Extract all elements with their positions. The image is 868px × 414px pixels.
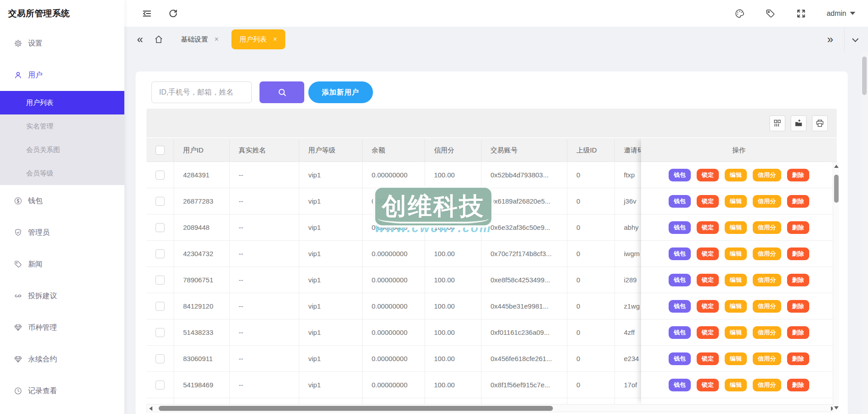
sidebar-subitem-member-relations[interactable]: 会员关系图 <box>0 138 124 162</box>
row-checkbox[interactable] <box>156 197 165 206</box>
sidebar-item-label: 钱包 <box>28 196 42 206</box>
credit-button[interactable]: 信用分 <box>753 195 781 208</box>
edit-button[interactable]: 编辑 <box>725 195 747 208</box>
edit-button[interactable]: 编辑 <box>725 300 747 313</box>
sidebar-subitem-user-list[interactable]: 用户列表 <box>0 91 124 114</box>
delete-button[interactable]: 删除 <box>787 274 809 286</box>
select-all-checkbox[interactable] <box>156 146 165 155</box>
delete-button[interactable]: 删除 <box>787 379 809 391</box>
tag-icon[interactable] <box>765 8 776 19</box>
sidebar-item-news[interactable]: 新闻 <box>0 248 124 280</box>
delete-button[interactable]: 删除 <box>787 195 809 208</box>
edit-button[interactable]: 编辑 <box>725 247 747 260</box>
edit-button[interactable]: 编辑 <box>725 169 747 181</box>
credit-button[interactable]: 信用分 <box>753 221 781 234</box>
delete-button[interactable]: 删除 <box>787 300 809 313</box>
vertical-scrollbar[interactable] <box>833 162 839 412</box>
sidebar-item-perpetual-contracts[interactable]: 永续合约 <box>0 343 124 375</box>
print-icon[interactable] <box>812 115 828 131</box>
wallet-button[interactable]: 钱包 <box>669 221 691 234</box>
window-scrollbar[interactable] <box>861 52 868 414</box>
row-checkbox[interactable] <box>156 223 165 232</box>
edit-button[interactable]: 编辑 <box>725 379 747 391</box>
credit-button[interactable]: 信用分 <box>753 169 781 181</box>
wallet-button[interactable]: 钱包 <box>669 352 691 365</box>
horizontal-scrollbar-thumb[interactable] <box>159 406 553 411</box>
row-checkbox[interactable] <box>156 354 165 363</box>
tab-user-list[interactable]: 用户列表× <box>231 29 285 49</box>
add-user-button[interactable]: 添加新用户 <box>308 81 373 103</box>
delete-button[interactable]: 删除 <box>787 352 809 365</box>
sidebar-subitem-member-levels[interactable]: 会员等级 <box>0 162 124 185</box>
row-checkbox[interactable] <box>156 249 165 258</box>
sidebar-item-label: 管理员 <box>28 228 50 238</box>
delete-button[interactable]: 删除 <box>787 326 809 339</box>
search-button[interactable] <box>259 81 304 103</box>
tab-basic-settings[interactable]: 基础设置× <box>174 27 226 52</box>
sidebar-subitem-realname-manage[interactable]: 实名管理 <box>0 114 124 138</box>
sidebar-item-feedback[interactable]: 投拆建议 <box>0 280 124 312</box>
scroll-left-arrow-icon[interactable] <box>149 406 152 411</box>
credit-button[interactable]: 信用分 <box>753 247 781 260</box>
wallet-button[interactable]: 钱包 <box>669 274 691 286</box>
search-input[interactable] <box>151 81 252 103</box>
window-scrollbar-thumb[interactable] <box>862 57 867 95</box>
edit-button[interactable]: 编辑 <box>725 326 747 339</box>
row-checkbox[interactable] <box>156 328 165 337</box>
theme-palette-icon[interactable] <box>734 8 745 19</box>
columns-icon[interactable] <box>769 115 785 131</box>
row-checkbox[interactable] <box>156 302 165 311</box>
delete-button[interactable]: 删除 <box>787 169 809 181</box>
credit-button[interactable]: 信用分 <box>753 274 781 286</box>
export-icon[interactable] <box>791 115 807 131</box>
row-checkbox[interactable] <box>156 171 165 180</box>
lock-button[interactable]: 锁定 <box>697 169 719 181</box>
wallet-button[interactable]: 钱包 <box>669 169 691 181</box>
close-icon[interactable]: × <box>273 35 277 43</box>
sidebar-item-users[interactable]: 用户 <box>0 59 124 91</box>
row-checkbox[interactable] <box>156 276 165 285</box>
wallet-button[interactable]: 钱包 <box>669 326 691 339</box>
lock-button[interactable]: 锁定 <box>697 326 719 339</box>
credit-button[interactable]: 信用分 <box>753 326 781 339</box>
scroll-down-arrow-icon[interactable] <box>834 406 839 409</box>
user-menu[interactable]: admin <box>826 10 855 18</box>
delete-button[interactable]: 删除 <box>787 221 809 234</box>
horizontal-scrollbar[interactable] <box>146 404 837 412</box>
collapse-sidebar-icon[interactable] <box>142 8 152 19</box>
lock-button[interactable]: 锁定 <box>697 274 719 286</box>
credit-button[interactable]: 信用分 <box>753 379 781 391</box>
home-icon[interactable] <box>154 34 164 44</box>
fullscreen-icon[interactable] <box>796 8 807 19</box>
lock-button[interactable]: 锁定 <box>697 195 719 208</box>
shield-icon <box>14 228 23 237</box>
tabs-scroll-right-icon[interactable]: » <box>823 34 838 45</box>
close-icon[interactable]: × <box>214 35 218 43</box>
sidebar-item-coins[interactable]: 币种管理 <box>0 312 124 343</box>
wallet-button[interactable]: 钱包 <box>669 195 691 208</box>
wallet-button[interactable]: 钱包 <box>669 247 691 260</box>
lock-button[interactable]: 锁定 <box>697 352 719 365</box>
sidebar-item-settings[interactable]: 设置 <box>0 28 124 59</box>
sidebar-item-records[interactable]: 记录查看 <box>0 375 124 407</box>
wallet-button[interactable]: 钱包 <box>669 379 691 391</box>
tabs-scroll-left-icon[interactable]: « <box>124 34 147 45</box>
vertical-scrollbar-thumb[interactable] <box>834 175 839 203</box>
lock-button[interactable]: 锁定 <box>697 247 719 260</box>
edit-button[interactable]: 编辑 <box>725 221 747 234</box>
row-checkbox[interactable] <box>156 381 165 390</box>
lock-button[interactable]: 锁定 <box>697 300 719 313</box>
credit-button[interactable]: 信用分 <box>753 300 781 313</box>
edit-button[interactable]: 编辑 <box>725 352 747 365</box>
delete-button[interactable]: 删除 <box>787 247 809 260</box>
sidebar-item-admins[interactable]: 管理员 <box>0 217 124 248</box>
tabs-menu-icon[interactable] <box>851 34 861 44</box>
credit-button[interactable]: 信用分 <box>753 352 781 365</box>
lock-button[interactable]: 锁定 <box>697 221 719 234</box>
scroll-up-arrow-icon[interactable] <box>834 165 839 168</box>
wallet-button[interactable]: 钱包 <box>669 300 691 313</box>
refresh-icon[interactable] <box>168 8 179 19</box>
edit-button[interactable]: 编辑 <box>725 274 747 286</box>
sidebar-item-wallet[interactable]: 钱包 <box>0 185 124 217</box>
lock-button[interactable]: 锁定 <box>697 379 719 391</box>
